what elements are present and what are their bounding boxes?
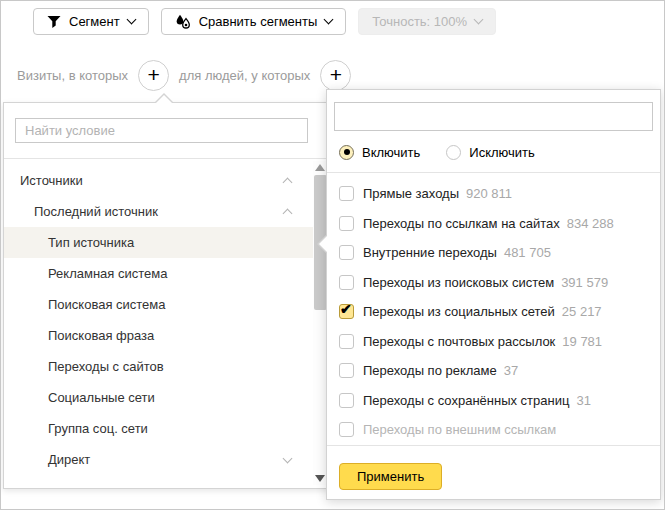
tree-item-label: Поисковая фраза (48, 328, 154, 343)
segment-button[interactable]: Сегмент (33, 8, 149, 35)
tree-item[interactable]: Директ (4, 444, 331, 475)
option-label: Переходы из социальных сетей (363, 304, 555, 319)
checkbox[interactable]: ✔ (339, 422, 354, 437)
chevron-icon (283, 178, 293, 188)
option-count: 481 705 (504, 245, 551, 260)
condition-tree: Источники Последний источник Тип источни… (4, 165, 331, 475)
checkbox[interactable]: ✔ (339, 245, 354, 260)
chevron-icon (283, 453, 293, 463)
tree-item-label: Источники (20, 173, 83, 188)
chevron-icon (283, 209, 293, 219)
tree-item[interactable]: Переходы с сайтов (4, 351, 331, 382)
tree-item[interactable]: Последний источник (4, 196, 331, 227)
include-radio-label: Включить (362, 145, 420, 160)
option-label: Прямые заходы (363, 186, 459, 201)
chevron-down-icon (474, 15, 484, 25)
tree-item-label: Поисковая система (48, 297, 166, 312)
checkmark-icon: ✔ (340, 301, 352, 317)
add-visit-condition-button[interactable]: + (138, 60, 169, 91)
tree-item[interactable]: Рекламная система (4, 258, 331, 289)
option-row[interactable]: ✔ Переходы по внешним ссылкам (327, 415, 660, 445)
option-count: 834 288 (567, 216, 614, 231)
option-row[interactable]: ✔ Переходы с сохранённых страниц 31 (327, 386, 660, 416)
checkbox[interactable]: ✔ (339, 393, 354, 408)
visits-condition-label: Визиты, в которых (17, 68, 128, 83)
divider (327, 445, 660, 446)
tree-item-label: Директ (48, 452, 90, 467)
include-exclude-radios: Включить Исключить (339, 143, 535, 161)
include-radio[interactable]: Включить (339, 145, 420, 160)
tree-item-label: Переходы с сайтов (48, 359, 164, 374)
chevron-down-icon (126, 15, 136, 25)
condition-tree-panel: Источники Последний источник Тип источни… (3, 102, 332, 489)
precision-button[interactable]: Точность: 100% (358, 8, 496, 35)
tree-item-label: Тип источника (48, 235, 134, 250)
tree-item-label: Группа соц. сети (48, 421, 148, 436)
segment-builder-window: Сегмент Сравнить сегменты Точность: 100%… (0, 0, 665, 510)
option-row[interactable]: ✔ Переходы из социальных сетей 25 217 (327, 297, 660, 327)
checkbox[interactable]: ✔ (339, 216, 354, 231)
tree-item[interactable]: Тип источника (4, 227, 331, 258)
compare-segments-label: Сравнить сегменты (199, 14, 318, 29)
add-people-condition-button[interactable]: + (320, 60, 351, 91)
toolbar: Сегмент Сравнить сегменты Точность: 100% (33, 8, 496, 35)
checkbox[interactable]: ✔ (339, 363, 354, 378)
people-condition-label: для людей, у которых (179, 68, 310, 83)
option-label: Переходы по рекламе (363, 363, 497, 378)
tree-item[interactable]: Поисковая фраза (4, 320, 331, 351)
source-type-popup: Включить Исключить ✔ Прямые заходы 920 8… (326, 89, 661, 500)
option-count: 920 811 (466, 186, 512, 201)
option-label: Внутренние переходы (363, 245, 497, 260)
option-label: Переходы из поисковых систем (363, 275, 554, 290)
option-label: Переходы по внешним ссылкам (363, 422, 556, 437)
divider (327, 172, 660, 173)
checkbox[interactable]: ✔ (339, 304, 354, 319)
option-count: 37 (504, 363, 518, 378)
plus-icon: + (147, 64, 159, 85)
droplets-icon (175, 14, 191, 30)
option-label: Переходы с почтовых рассылок (363, 334, 555, 349)
tree-item-label: Рекламная система (48, 266, 167, 281)
option-row[interactable]: ✔ Прямые заходы 920 811 (327, 179, 660, 209)
checkbox[interactable]: ✔ (339, 186, 354, 201)
tree-item[interactable]: Источники (4, 165, 331, 196)
tree-item[interactable]: Поисковая система (4, 289, 331, 320)
tree-item-label: Социальные сети (48, 390, 155, 405)
tree-item[interactable]: Группа соц. сети (4, 413, 331, 444)
scroll-down-arrow-icon[interactable] (315, 475, 325, 482)
scroll-up-arrow-icon[interactable] (315, 164, 325, 171)
option-filter-input[interactable] (334, 102, 653, 131)
option-label: Переходы с сохранённых страниц (363, 393, 569, 408)
option-row[interactable]: ✔ Переходы по ссылкам на сайтах 834 288 (327, 209, 660, 239)
condition-bar: Визиты, в которых + для людей, у которых… (17, 60, 351, 91)
checkbox[interactable]: ✔ (339, 275, 354, 290)
exclude-radio-label: Исключить (469, 145, 535, 160)
exclude-radio[interactable]: Исключить (446, 145, 535, 160)
option-row[interactable]: ✔ Переходы с почтовых рассылок 19 781 (327, 327, 660, 357)
option-row[interactable]: ✔ Переходы по рекламе 37 (327, 356, 660, 386)
compare-segments-button[interactable]: Сравнить сегменты (161, 8, 347, 35)
chevron-down-icon (324, 15, 334, 25)
option-label: Переходы по ссылкам на сайтах (363, 216, 560, 231)
apply-button[interactable]: Применить (339, 463, 442, 490)
checkbox[interactable]: ✔ (339, 334, 354, 349)
condition-search-input[interactable] (15, 118, 308, 143)
option-row[interactable]: ✔ Переходы из поисковых систем 391 579 (327, 268, 660, 298)
segment-button-label: Сегмент (69, 14, 120, 29)
radio-selected-icon (339, 145, 354, 160)
plus-icon: + (330, 64, 342, 85)
option-count: 391 579 (561, 275, 608, 290)
tree-item[interactable]: Социальные сети (4, 382, 331, 413)
option-count: 31 (576, 393, 590, 408)
precision-label: Точность: 100% (372, 14, 467, 29)
option-count: 19 781 (562, 334, 602, 349)
option-row[interactable]: ✔ Внутренние переходы 481 705 (327, 238, 660, 268)
radio-unselected-icon (446, 145, 461, 160)
source-type-options: ✔ Прямые заходы 920 811 ✔ Переходы по сс… (327, 179, 660, 445)
filter-funnel-icon (47, 15, 61, 29)
divider (4, 158, 331, 159)
option-count: 25 217 (562, 304, 602, 319)
tree-item-label: Последний источник (34, 204, 158, 219)
